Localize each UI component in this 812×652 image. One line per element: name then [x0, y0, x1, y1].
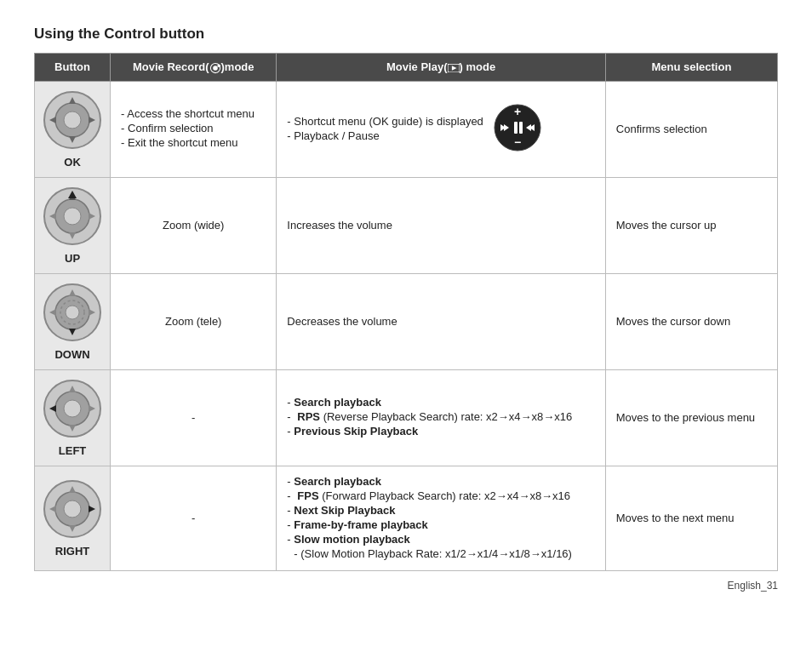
- table-row-down: DOWN Zoom (tele) Decreases the volume Mo…: [35, 273, 778, 369]
- svg-point-23: [64, 208, 81, 225]
- right-play-item-5: Slow motion playback: [287, 533, 594, 546]
- ok-record-item-2: Confirm selection: [121, 122, 266, 134]
- up-play-cell: Increases the volume: [277, 177, 605, 273]
- col-header-button: Button: [35, 54, 111, 82]
- col-header-record: Movie Record()mode: [111, 54, 277, 82]
- svg-point-2: [217, 64, 220, 67]
- ok-menu-cell: Confirms selection: [605, 81, 777, 177]
- control-button-table: Button Movie Record()mode Movie Play() m…: [34, 53, 778, 571]
- left-button-icon: [43, 379, 102, 438]
- up-record-cell: Zoom (wide): [111, 177, 277, 273]
- left-play-item-1: Search playback: [287, 396, 594, 409]
- svg-marker-4: [451, 66, 456, 71]
- left-record-cell: -: [111, 369, 277, 466]
- right-menu-cell: Moves to the next menu: [605, 466, 777, 570]
- svg-rect-19: [514, 122, 518, 134]
- down-record-cell: Zoom (tele): [111, 273, 277, 369]
- right-play-item-1: Search playback: [287, 475, 594, 488]
- svg-text:+: +: [514, 105, 521, 118]
- ok-play-item-2: Playback / Pause: [287, 129, 483, 142]
- left-label: LEFT: [40, 444, 105, 457]
- left-play-item-3: Previous Skip Playback: [287, 425, 594, 438]
- button-cell-ok: OK: [35, 81, 111, 177]
- right-label: RIGHT: [40, 545, 105, 558]
- button-cell-down: DOWN: [35, 273, 111, 369]
- page-footer: English_31: [34, 580, 778, 592]
- left-play-cell: Search playback RPS (Reverse Playback Se…: [277, 369, 605, 466]
- svg-point-32: [66, 306, 79, 319]
- svg-point-7: [64, 112, 81, 129]
- table-row-up: UP Zoom (wide) Increases the volume Move…: [35, 177, 778, 273]
- svg-point-46: [64, 500, 81, 518]
- ok-play-item-1: Shortcut menu (OK guide) is displayed: [287, 115, 483, 128]
- left-menu-cell: Moves to the previous menu: [605, 369, 777, 466]
- page-title: Using the Control button: [34, 26, 778, 43]
- button-cell-left: LEFT: [35, 369, 111, 466]
- ok-label: OK: [40, 156, 105, 169]
- down-label: DOWN: [40, 348, 105, 361]
- svg-rect-20: [519, 122, 523, 134]
- col-header-play: Movie Play() mode: [277, 54, 605, 82]
- up-label: UP: [40, 252, 105, 265]
- ok-record-item-1: Access the shortcut menu: [121, 107, 266, 120]
- down-play-cell: Decreases the volume: [277, 273, 605, 369]
- right-play-cell: Search playback FPS (Forward Playback Se…: [277, 466, 605, 570]
- ok-record-item-3: Exit the shortcut menu: [121, 136, 266, 149]
- button-cell-up: UP: [35, 177, 111, 273]
- right-button-icon: [43, 479, 102, 539]
- right-play-item-2: FPS (Forward Playback Search) rate: x2→x…: [287, 489, 594, 502]
- right-play-item-3: Next Skip Playback: [287, 504, 594, 517]
- ok-record-cell: Access the shortcut menu Confirm selecti…: [111, 81, 277, 177]
- right-play-item-6: (Slow Motion Playback Rate: x1/2→x1/4→x1…: [287, 547, 594, 560]
- up-button-icon: [43, 186, 102, 246]
- col-header-menu: Menu selection: [605, 54, 777, 82]
- right-record-cell: -: [111, 466, 277, 570]
- right-play-item-4: Frame-by-frame playback: [287, 518, 594, 531]
- ok-play-cell: Shortcut menu (OK guide) is displayed Pl…: [277, 81, 605, 177]
- table-row-right: RIGHT - Search playback FPS (Forward Pla…: [35, 466, 778, 570]
- svg-point-39: [64, 400, 81, 417]
- up-menu-cell: Moves the cursor up: [605, 177, 777, 273]
- left-play-item-2: RPS (Reverse Playback Search) rate: x2→x…: [287, 410, 594, 423]
- playback-icon: + −: [494, 104, 541, 154]
- svg-point-1: [213, 66, 218, 71]
- table-row-left: LEFT - Search playback RPS (Reverse Play…: [35, 369, 778, 466]
- table-row-ok: OK Access the shortcut menu Confirm sele…: [35, 81, 778, 177]
- down-button-icon: [43, 283, 102, 342]
- down-menu-cell: Moves the cursor down: [605, 273, 777, 369]
- ok-button-icon: [43, 90, 102, 150]
- button-cell-right: RIGHT: [35, 466, 111, 570]
- svg-text:−: −: [514, 135, 521, 149]
